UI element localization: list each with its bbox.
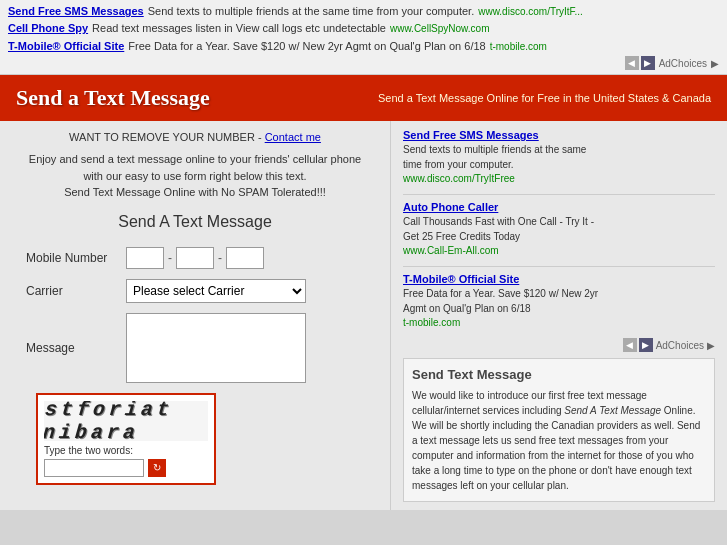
right-ad-divider-1 [403,194,715,195]
header-banner: Send a Text Message Send a Text Message … [0,75,727,121]
top-nav-right-arrow[interactable]: ▶ [641,56,655,70]
message-label: Message [26,341,126,355]
top-ad-2: Cell Phone Spy Read text messages listen… [8,21,719,36]
send-info-title: Send Text Message [412,367,706,382]
right-ads-section: Send Free SMS Messages Send texts to mul… [403,129,715,184]
right-ad-choices-row: ◀ ▶ AdChoices ▶ [403,338,715,352]
top-ad-1-source: www.disco.com/TryItF... [478,5,583,19]
top-ad-3-link[interactable]: T-Mobile® Official Site [8,39,124,54]
remove-link[interactable]: Contact me [265,131,321,143]
carrier-label: Carrier [26,284,126,298]
mobile-number-row: Mobile Number - - [26,247,364,269]
intro-line-3: Send Text Message Online with No SPAM To… [16,184,374,201]
top-ad-choices-icon: ▶ [711,58,719,69]
message-row: Message [26,313,364,383]
remove-notice: WANT TO REMOVE YOUR NUMBER - Contact me [16,131,374,143]
intro-text: Enjoy and send a text message online to … [16,151,374,201]
top-ad-2-text: Read text messages listen in View call l… [92,21,386,36]
top-ad-1-link[interactable]: Send Free SMS Messages [8,4,144,19]
right-ad-1-line2: time from your computer. [403,158,715,172]
right-ad-2-line2: Get 25 Free Credits Today [403,230,715,244]
captcha-display-text: stforiat nibara [44,401,208,441]
right-ad-3-line1: Free Data for a Year. Save $120 w/ New 2… [403,287,715,301]
top-ad-3-source: t-mobile.com [490,40,547,54]
right-ad-2-line1: Call Thousands Fast with One Call - Try … [403,215,715,229]
top-ad-choices-row: ◀ ▶ AdChoices ▶ [8,56,719,70]
phone-sep-1: - [168,251,172,265]
phone-sep-2: - [218,251,222,265]
header-title: Send a Text Message [16,85,210,111]
intro-line-2: with our easy to use form right below th… [16,168,374,185]
top-ads-section: Send Free SMS Messages Send texts to mul… [0,0,727,75]
top-nav-arrows: ◀ ▶ [625,56,655,70]
top-ad-1-text: Send texts to multiple friends at the sa… [148,4,474,19]
header-subtitle: Send a Text Message Online for Free in t… [378,92,711,104]
right-nav-left-arrow[interactable]: ◀ [623,338,637,352]
right-ad-2-source: www.Call-Em-All.com [403,245,715,256]
captcha-section: stforiat nibara Type the two words: ↻ [26,393,374,485]
top-ad-2-source: www.CellSpyNow.com [390,22,489,36]
phone-inputs: - - [126,247,264,269]
top-nav-left-arrow[interactable]: ◀ [625,56,639,70]
right-ad-1-source: www.disco.com/TryItFree [403,173,715,184]
captcha-input[interactable] [44,459,144,477]
right-ad-2-link[interactable]: Auto Phone Caller [403,201,715,213]
right-column: Send Free SMS Messages Send texts to mul… [390,121,727,510]
right-ad-3-link[interactable]: T-Mobile® Official Site [403,273,715,285]
right-ad-1-line1: Send texts to multiple friends at the sa… [403,143,715,157]
captcha-image: stforiat nibara [44,401,208,441]
top-ad-3: T-Mobile® Official Site Free Data for a … [8,39,719,54]
send-info-section: Send Text Message We would like to intro… [403,358,715,502]
right-ad-2-section: Auto Phone Caller Call Thousands Fast wi… [403,201,715,256]
send-info-para2: Online. We will be shortly including the… [412,405,700,491]
right-ad-3-line2: Agmt on Qual'g Plan on 6/18 [403,302,715,316]
captcha-refresh-button[interactable]: ↻ [148,459,166,477]
top-ad-3-text: Free Data for a Year. Save $120 w/ New 2… [128,39,485,54]
right-ad-3-source: t-mobile.com [403,317,715,328]
right-ad-3-section: T-Mobile® Official Site Free Data for a … [403,273,715,328]
message-textarea[interactable] [126,313,306,383]
carrier-select[interactable]: Please select Carrier AT&T Verizon T-Mob… [126,279,306,303]
send-info-text: We would like to introduce our first fre… [412,388,706,493]
form-title: Send A Text Message [16,213,374,231]
right-ad-choices-label: AdChoices [656,340,704,351]
remove-notice-text: WANT TO REMOVE YOUR NUMBER - [69,131,262,143]
phone-prefix[interactable] [176,247,214,269]
mobile-number-label: Mobile Number [26,251,126,265]
left-column: WANT TO REMOVE YOUR NUMBER - Contact me … [0,121,390,510]
top-ad-2-link[interactable]: Cell Phone Spy [8,21,88,36]
main-layout: WANT TO REMOVE YOUR NUMBER - Contact me … [0,121,727,510]
phone-number[interactable] [226,247,264,269]
top-ad-choices-label: AdChoices [659,58,707,69]
right-nav-right-arrow[interactable]: ▶ [639,338,653,352]
right-ad-choices-icon: ▶ [707,340,715,351]
right-ad-1-link[interactable]: Send Free SMS Messages [403,129,715,141]
form-section: Mobile Number - - Carrier Please select … [16,247,374,383]
carrier-row: Carrier Please select Carrier AT&T Veriz… [26,279,364,303]
captcha-box: stforiat nibara Type the two words: ↻ [36,393,216,485]
top-ad-1: Send Free SMS Messages Send texts to mul… [8,4,719,19]
captcha-label: Type the two words: [44,445,208,456]
send-info-italic: Send A Text Message [564,405,661,416]
intro-line-1: Enjoy and send a text message online to … [16,151,374,168]
phone-area-code[interactable] [126,247,164,269]
right-nav-arrows: ◀ ▶ [623,338,653,352]
captcha-input-row: ↻ [44,459,208,477]
right-ad-divider-2 [403,266,715,267]
